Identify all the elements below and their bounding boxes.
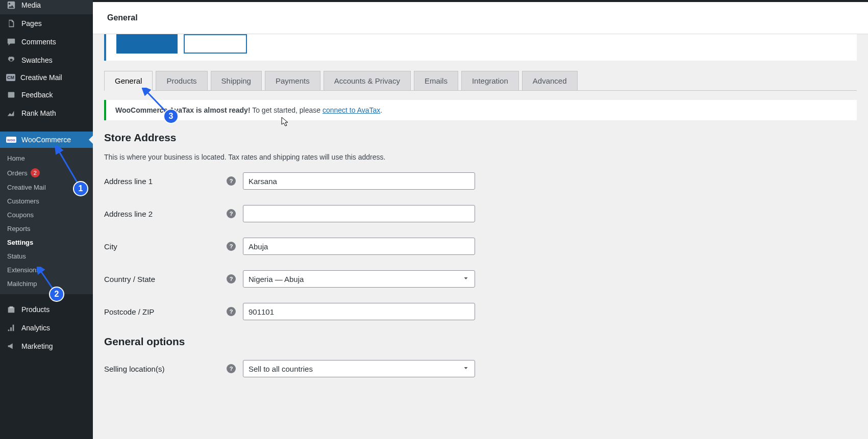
sidebar-label: Creative Mail (20, 73, 62, 82)
info-banner (104, 34, 857, 61)
chevron-down-icon (462, 275, 469, 283)
cm-icon: CM (6, 74, 15, 81)
sidebar-item-creative-mail[interactable]: CM Creative Mail (0, 69, 93, 86)
products-icon (6, 304, 16, 315)
submenu-coupons[interactable]: Coupons (0, 208, 93, 222)
svg-line-5 (146, 91, 167, 113)
media-icon (6, 0, 16, 10)
annotation-badge-3: 3 (163, 109, 179, 124)
notice-text: To get started, please (251, 106, 323, 114)
annotation-badge-1: 1 (73, 181, 88, 196)
general-options-heading: General options (104, 335, 857, 348)
svg-rect-0 (8, 92, 15, 98)
notice-end: . (380, 106, 382, 114)
analytics-icon (6, 323, 16, 333)
selling-select[interactable]: Sell to all countries (243, 360, 475, 377)
pages-icon (6, 18, 16, 29)
chevron-down-icon (462, 365, 469, 373)
help-icon[interactable]: ? (227, 176, 236, 186)
annotation-badge-2: 2 (49, 287, 64, 302)
sidebar-item-pages[interactable]: Pages (0, 14, 93, 33)
gear-icon (6, 55, 16, 65)
cursor-icon (281, 117, 289, 127)
postcode-input[interactable] (243, 303, 475, 320)
sidebar-label: Comments (21, 38, 56, 46)
woo-icon: woo (6, 137, 16, 143)
selling-label: Selling location(s) (104, 365, 227, 373)
svg-line-3 (58, 150, 80, 187)
address2-input[interactable] (243, 205, 475, 222)
sidebar-item-media[interactable]: Media (0, 0, 93, 14)
sidebar-item-comments[interactable]: Comments (0, 33, 93, 51)
tab-advanced[interactable]: Advanced (522, 71, 578, 90)
comments-icon (6, 37, 16, 47)
address2-label: Address line 2 (104, 210, 227, 218)
submenu-status[interactable]: Status (0, 249, 93, 263)
feedback-icon (6, 90, 16, 100)
banner-primary-button[interactable] (116, 34, 178, 54)
sidebar-item-swatches[interactable]: Swatches (0, 51, 93, 69)
sidebar-label: Pages (21, 19, 42, 28)
store-address-description: This is where your business is located. … (104, 153, 857, 161)
connect-avatax-link[interactable]: connect to AvaTax (323, 106, 380, 114)
notice-strong: WooCommerce AvaTax is almost ready! (115, 106, 251, 114)
orders-label: Orders (7, 169, 28, 177)
tab-payments[interactable]: Payments (265, 71, 320, 90)
sidebar-label: Swatches (21, 56, 53, 64)
sidebar-item-marketing[interactable]: Marketing (0, 337, 93, 355)
sidebar-label: WooCommerce (21, 136, 71, 144)
country-label: Country / State (104, 275, 227, 283)
sidebar-label: Rank Math (21, 109, 56, 117)
postcode-label: Postcode / ZIP (104, 307, 227, 316)
tab-shipping[interactable]: Shipping (211, 71, 262, 90)
city-label: City (104, 242, 227, 251)
orders-badge: 2 (31, 168, 40, 177)
avatax-notice: WooCommerce AvaTax is almost ready! To g… (104, 100, 857, 120)
megaphone-icon (6, 341, 16, 351)
tab-emails[interactable]: Emails (414, 71, 458, 90)
page-title: General (107, 13, 854, 22)
sidebar-label: Analytics (21, 324, 50, 332)
sidebar-item-feedback[interactable]: Feedback (0, 86, 93, 104)
main-content: General Products Shipping Payments Accou… (93, 34, 868, 439)
help-icon[interactable]: ? (227, 307, 236, 316)
selling-value: Sell to all countries (249, 365, 313, 373)
page-header: General (93, 2, 868, 34)
store-address-heading: Store Address (104, 132, 857, 144)
tab-accounts[interactable]: Accounts & Privacy (324, 71, 411, 90)
help-icon[interactable]: ? (227, 242, 236, 251)
svg-rect-2 (9, 306, 13, 308)
submenu-settings[interactable]: Settings (0, 236, 93, 249)
country-value: Nigeria — Abuja (249, 275, 304, 283)
help-icon[interactable]: ? (227, 274, 236, 283)
sidebar-label: Media (21, 1, 41, 9)
banner-secondary-button[interactable] (184, 34, 247, 54)
content-area: General General Products Shipping Paymen… (93, 0, 868, 439)
admin-sidebar: Media Pages Comments Swatches CM Creativ… (0, 0, 93, 439)
sidebar-label: Products (21, 305, 49, 314)
address1-input[interactable] (243, 172, 475, 190)
help-icon[interactable]: ? (227, 364, 236, 373)
sidebar-label: Marketing (21, 342, 53, 350)
help-icon[interactable]: ? (227, 209, 236, 218)
submenu-reports[interactable]: Reports (0, 222, 93, 236)
sidebar-item-products[interactable]: Products (0, 300, 93, 319)
sidebar-item-analytics[interactable]: Analytics (0, 319, 93, 337)
chart-icon (6, 108, 16, 118)
address1-label: Address line 1 (104, 177, 227, 186)
settings-tabs: General Products Shipping Payments Accou… (104, 71, 857, 91)
tab-integration[interactable]: Integration (461, 71, 519, 90)
sidebar-item-rank-math[interactable]: Rank Math (0, 104, 93, 122)
country-select[interactable]: Nigeria — Abuja (243, 270, 475, 288)
city-input[interactable] (243, 238, 475, 255)
store-address-form: Address line 1 ? Address line 2 ? City ?… (104, 172, 857, 320)
sidebar-label: Feedback (21, 91, 53, 99)
submenu-customers[interactable]: Customers (0, 194, 93, 208)
